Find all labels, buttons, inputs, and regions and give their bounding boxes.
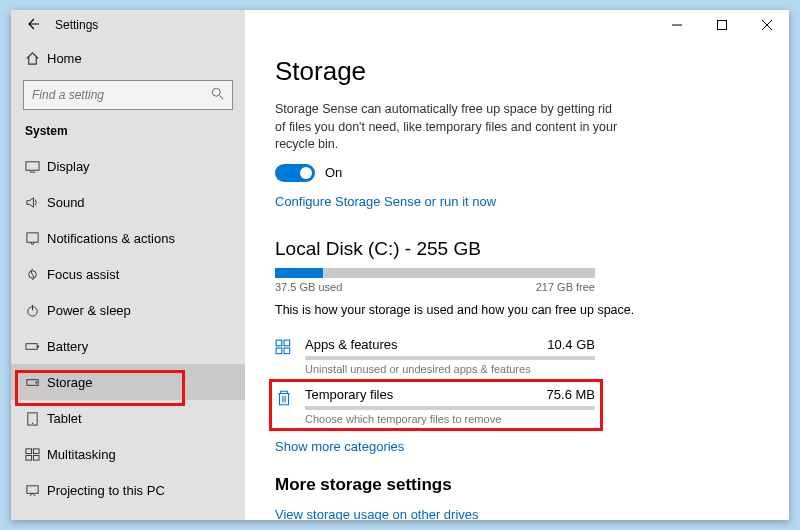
disk-title: Local Disk (C:) - 255 GB [275, 238, 759, 260]
shared-icon [25, 519, 47, 521]
svg-rect-1 [717, 21, 726, 30]
svg-rect-19 [33, 448, 39, 453]
sidebar-item-label: Battery [47, 339, 88, 354]
toggle-label: On [325, 165, 342, 180]
battery-icon [25, 339, 47, 354]
power-icon [25, 303, 47, 318]
svg-rect-13 [37, 345, 39, 347]
svg-rect-21 [33, 455, 39, 460]
minimize-button[interactable] [654, 10, 699, 40]
window-title: Settings [55, 18, 98, 32]
configure-storage-sense-link[interactable]: Configure Storage Sense or run it now [275, 194, 496, 209]
sidebar-item-label: Sound [47, 195, 85, 210]
category-size: 75.6 MB [547, 387, 595, 402]
search-icon [211, 87, 225, 105]
category-bar [305, 356, 595, 360]
sidebar-item-multitasking[interactable]: Multitasking [11, 436, 245, 472]
sidebar-heading: System [11, 120, 245, 148]
sidebar-item-label: Shared experiences [47, 519, 163, 521]
titlebar: Settings [11, 10, 789, 40]
sidebar-item-focus-assist[interactable]: Focus assist [11, 256, 245, 292]
sidebar-item-sound[interactable]: Sound [11, 184, 245, 220]
home-icon [25, 51, 47, 66]
trash-icon [275, 387, 305, 411]
focus-assist-icon [25, 267, 47, 282]
sidebar-item-label: Notifications & actions [47, 231, 175, 246]
svg-rect-20 [26, 455, 32, 460]
sidebar-home[interactable]: Home [11, 40, 245, 76]
projecting-icon [25, 483, 47, 498]
more-storage-settings-title: More storage settings [275, 475, 759, 495]
page-title: Storage [275, 56, 759, 87]
sidebar-item-label: Display [47, 159, 90, 174]
apps-icon [275, 337, 305, 361]
sidebar-item-shared-experiences[interactable]: Shared experiences [11, 508, 245, 520]
category-apps-features[interactable]: Apps & features 10.4 GB Uninstall unused… [275, 331, 759, 381]
search-input[interactable] [23, 80, 233, 110]
sidebar-item-label: Multitasking [47, 447, 116, 462]
sidebar-item-notifications[interactable]: Notifications & actions [11, 220, 245, 256]
close-button[interactable] [744, 10, 789, 40]
category-subtitle: Choose which temporary files to remove [305, 413, 595, 425]
storage-sense-toggle[interactable] [275, 164, 315, 182]
sidebar-item-label: Focus assist [47, 267, 119, 282]
disk-note: This is how your storage is used and how… [275, 303, 759, 317]
svg-rect-22 [27, 485, 38, 493]
sidebar-item-label: Tablet [47, 411, 82, 426]
disk-usage-fill [275, 268, 323, 278]
svg-rect-31 [284, 348, 290, 354]
sidebar-item-battery[interactable]: Battery [11, 328, 245, 364]
storage-sense-description: Storage Sense can automatically free up … [275, 101, 625, 154]
sidebar-item-tablet[interactable]: Tablet [11, 400, 245, 436]
storage-icon [25, 375, 47, 390]
sidebar-item-label: Power & sleep [47, 303, 131, 318]
notifications-icon [25, 231, 47, 246]
category-bar [305, 406, 595, 410]
svg-point-17 [32, 422, 34, 424]
sidebar-item-power-sleep[interactable]: Power & sleep [11, 292, 245, 328]
svg-rect-29 [284, 340, 290, 346]
category-size: 10.4 GB [547, 337, 595, 352]
svg-point-4 [212, 88, 220, 96]
storage-sense-toggle-row: On [275, 164, 759, 182]
tablet-icon [25, 411, 47, 426]
show-more-categories-link[interactable]: Show more categories [275, 439, 404, 454]
sidebar-home-label: Home [47, 51, 82, 66]
disk-labels: 37.5 GB used 217 GB free [275, 281, 595, 293]
search-wrap [23, 80, 233, 110]
multitasking-icon [25, 447, 47, 462]
settings-window: Settings Home System Display [11, 10, 789, 520]
sidebar-item-label: Projecting to this PC [47, 483, 165, 498]
disk-free-label: 217 GB free [536, 281, 595, 293]
maximize-button[interactable] [699, 10, 744, 40]
svg-point-15 [35, 381, 37, 383]
category-temporary-files[interactable]: Temporary files 75.6 MB Choose which tem… [275, 381, 759, 431]
category-subtitle: Uninstall unused or undesired apps & fea… [305, 363, 595, 375]
content-pane: Storage Storage Sense can automatically … [245, 40, 789, 520]
category-name: Apps & features [305, 337, 398, 352]
sound-icon [25, 195, 47, 210]
titlebar-left: Settings [11, 10, 245, 40]
category-name: Temporary files [305, 387, 393, 402]
window-controls [245, 10, 789, 40]
svg-rect-6 [26, 161, 39, 169]
display-icon [25, 159, 47, 174]
view-storage-other-drives-link[interactable]: View storage usage on other drives [275, 507, 759, 521]
svg-rect-18 [26, 448, 32, 453]
sidebar-item-display[interactable]: Display [11, 148, 245, 184]
svg-rect-30 [276, 348, 282, 354]
disk-used-label: 37.5 GB used [275, 281, 342, 293]
svg-rect-28 [276, 340, 282, 346]
sidebar-item-storage[interactable]: Storage [11, 364, 245, 400]
disk-usage-bar [275, 268, 595, 278]
back-button[interactable] [11, 17, 55, 34]
svg-line-5 [220, 96, 224, 100]
sidebar-item-label: Storage [47, 375, 93, 390]
svg-rect-8 [27, 232, 38, 241]
sidebar-item-projecting[interactable]: Projecting to this PC [11, 472, 245, 508]
back-arrow-icon [26, 17, 40, 31]
sidebar: Home System Display Sound Notifications … [11, 40, 245, 520]
svg-rect-12 [26, 343, 37, 349]
